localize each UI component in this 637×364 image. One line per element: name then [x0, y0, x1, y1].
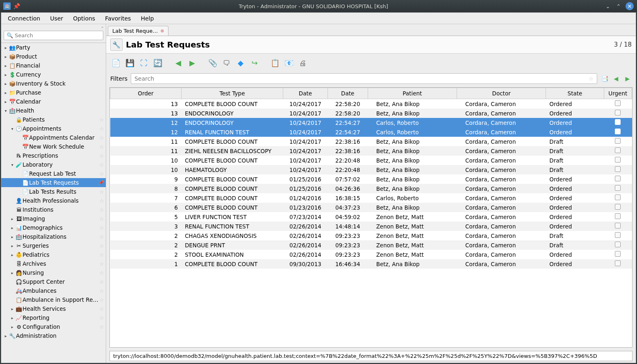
- col-urgent[interactable]: Urgent: [604, 88, 632, 99]
- col-test-type[interactable]: Test Type: [181, 88, 283, 99]
- table-row[interactable]: 13ENDOCRINOLOGY10/24/201722:58:20Betz, A…: [110, 109, 632, 118]
- save-icon[interactable]: 💾: [124, 57, 136, 68]
- favorite-icon[interactable]: ☆: [99, 252, 104, 258]
- checkbox-icon[interactable]: [615, 204, 621, 210]
- table-row[interactable]: 10COMPLETE BLOOD COUNT10/24/201722:20:48…: [110, 156, 632, 165]
- sidebar-item-appointments-calendar[interactable]: 📅Appointments Calendar☆: [1, 133, 106, 142]
- sidebar-item-purchase[interactable]: ▸📁Purchase: [1, 88, 106, 97]
- favorite-icon[interactable]: ☆: [99, 243, 104, 249]
- cell-urgent[interactable]: [604, 222, 632, 231]
- sidebar-item-ambulance-in-support-reques[interactable]: 📋Ambulance in Support Reques☆: [1, 295, 106, 304]
- checkbox-icon[interactable]: [615, 194, 621, 200]
- favorite-icon[interactable]: ☆: [99, 216, 104, 222]
- sidebar-item-prescriptions[interactable]: ℞Prescriptions☆: [1, 151, 106, 160]
- table-row[interactable]: 6COMPLETE BLOOD COUNT01/23/201604:37:23B…: [110, 203, 632, 212]
- checkbox-icon[interactable]: [615, 100, 621, 106]
- table-row[interactable]: 5LIVER FUNCTION TEST07/23/201404:59:02Ze…: [110, 212, 632, 222]
- sidebar-item-reporting[interactable]: ▸📈Reporting☆: [1, 313, 106, 322]
- checkbox-icon[interactable]: [615, 138, 621, 144]
- tab-lab-test-requests[interactable]: Lab Test Reque… ⊗: [108, 26, 168, 36]
- sidebar-item-health-professionals[interactable]: 👤Health Professionals☆: [1, 196, 106, 205]
- col-state[interactable]: State: [546, 88, 604, 99]
- previous-icon[interactable]: ◀: [173, 57, 184, 68]
- sidebar-item-health[interactable]: ▾🏥Health: [1, 106, 106, 115]
- cell-urgent[interactable]: [604, 127, 632, 137]
- minimize-icon[interactable]: ⌄: [604, 2, 612, 10]
- close-icon[interactable]: ✕: [626, 2, 634, 10]
- cell-urgent[interactable]: [604, 99, 632, 109]
- filter-input[interactable]: [134, 75, 589, 82]
- expander-icon[interactable]: ▸: [9, 217, 15, 221]
- sidebar-item-lab-tests-results[interactable]: 📄Lab Tests Results☆: [1, 187, 106, 196]
- sidebar-item-product[interactable]: ▸📦Product: [1, 52, 106, 61]
- sidebar-item-demographics[interactable]: ▸📊Demographics☆: [1, 223, 106, 232]
- favorite-icon[interactable]: ☆: [99, 324, 104, 330]
- col-doctor[interactable]: Doctor: [457, 88, 546, 99]
- favorite-icon[interactable]: ☆: [99, 198, 104, 204]
- sidebar-item-laboratory[interactable]: ▾🧪Laboratory☆: [1, 160, 106, 169]
- checkbox-icon[interactable]: [615, 119, 621, 125]
- report-icon[interactable]: 📋: [269, 57, 281, 68]
- maximize-icon[interactable]: ⌃: [615, 2, 622, 10]
- checkbox-icon[interactable]: [615, 129, 621, 134]
- reload-icon[interactable]: 🔄: [152, 57, 164, 68]
- sidebar-item-configuration[interactable]: ▸⚙Configuration☆: [1, 322, 106, 331]
- table[interactable]: OrderTest TypeDateDatePatientDoctorState…: [109, 87, 632, 348]
- favorite-icon[interactable]: ☆: [99, 153, 104, 159]
- sidebar-item-new-work-schedule[interactable]: 📅New Work Schedule☆: [1, 142, 106, 151]
- checkbox-icon[interactable]: [615, 185, 621, 191]
- table-row[interactable]: 12ENDOCRINOLOGY10/24/201722:54:27Carlos,…: [110, 118, 632, 127]
- favorite-icon[interactable]: ☆: [99, 126, 104, 132]
- filter-next-icon[interactable]: ▶: [623, 75, 632, 82]
- checkbox-icon[interactable]: [615, 232, 621, 238]
- expander-icon[interactable]: ▸: [3, 90, 9, 95]
- checkbox-icon[interactable]: [615, 251, 621, 257]
- sidebar-item-surgeries[interactable]: ▸✂Surgeries☆: [1, 241, 106, 250]
- favorite-icon[interactable]: ☆: [99, 144, 104, 150]
- table-row[interactable]: 2CHAGAS XENODIAGNOSIS02/26/201409:23:23Z…: [110, 231, 632, 240]
- cell-urgent[interactable]: [604, 184, 632, 193]
- action-icon[interactable]: ◆: [235, 57, 246, 68]
- expander-icon[interactable]: ▸: [9, 271, 15, 275]
- expander-icon[interactable]: ▾: [9, 163, 15, 167]
- relate-icon[interactable]: ↪: [249, 57, 260, 68]
- sidebar-item-support-center[interactable]: 🎧Support Center☆: [1, 277, 106, 286]
- checkbox-icon[interactable]: [615, 213, 621, 219]
- checkbox-icon[interactable]: [615, 260, 621, 266]
- favorite-icon[interactable]: ☆: [99, 315, 104, 321]
- expander-icon[interactable]: ▸: [9, 235, 15, 239]
- cell-urgent[interactable]: [604, 212, 632, 222]
- table-row[interactable]: 12RENAL FUNCTION TEST10/24/201722:54:27C…: [110, 127, 632, 137]
- expander-icon[interactable]: ▸: [9, 226, 15, 230]
- close-icon[interactable]: ⊗: [160, 28, 164, 34]
- menu-user[interactable]: User: [45, 14, 68, 23]
- note-icon[interactable]: 🗨: [221, 57, 232, 68]
- favorite-icon[interactable]: ☆: [99, 234, 104, 240]
- menu-options[interactable]: Options: [68, 14, 100, 23]
- expander-icon[interactable]: ▸: [9, 307, 15, 311]
- sidebar-item-pediatrics[interactable]: ▸👶Pediatrics☆: [1, 250, 106, 259]
- favorite-icon[interactable]: ☆: [99, 261, 104, 267]
- favorite-icon[interactable]: ☆: [99, 117, 104, 123]
- cell-urgent[interactable]: [604, 118, 632, 127]
- expander-icon[interactable]: ▸: [9, 325, 15, 329]
- cell-urgent[interactable]: [604, 156, 632, 165]
- cell-urgent[interactable]: [604, 250, 632, 259]
- email-icon[interactable]: 📧: [283, 57, 295, 68]
- cell-urgent[interactable]: [604, 231, 632, 240]
- expander-icon[interactable]: ▸: [9, 253, 15, 257]
- table-row[interactable]: 11COMPLETE BLOOD COUNT10/24/201722:38:16…: [110, 137, 632, 146]
- sidebar-item-patients[interactable]: 🔒Patients☆: [1, 115, 106, 124]
- checkbox-icon[interactable]: [615, 223, 621, 228]
- favorite-icon[interactable]: ☆: [99, 306, 104, 312]
- bookmarks-icon[interactable]: 📑: [601, 75, 609, 82]
- checkbox-icon[interactable]: [615, 157, 621, 163]
- sidebar-item-archives[interactable]: 🗄Archives☆: [1, 259, 106, 268]
- sidebar-item-currency[interactable]: ▸💲Currency: [1, 70, 106, 79]
- attachment-icon[interactable]: 📎: [207, 57, 218, 68]
- url-input[interactable]: [109, 351, 632, 361]
- sidebar-item-inventory-stock[interactable]: ▸📦Inventory & Stock: [1, 79, 106, 88]
- table-row[interactable]: 3RENAL FUNCTION TEST02/26/201414:48:14Ze…: [110, 222, 632, 231]
- expander-icon[interactable]: ▾: [9, 127, 15, 131]
- sidebar-item-nursing[interactable]: ▸👩Nursing☆: [1, 268, 106, 277]
